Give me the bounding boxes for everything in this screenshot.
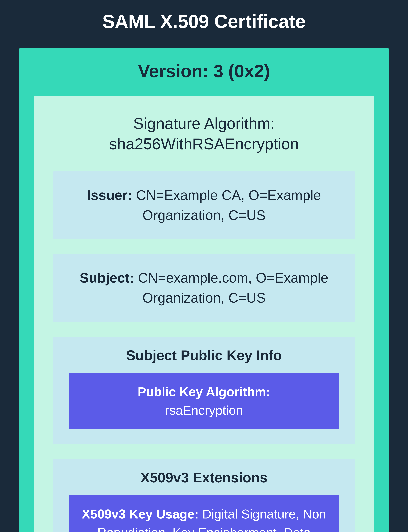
extensions-box: X509v3 Extensions X509v3 Key Usage: Digi…: [53, 459, 355, 532]
public-key-algorithm-text: Public Key Algorithm: rsaEncryption: [77, 382, 331, 419]
public-key-info-box: Subject Public Key Info Public Key Algor…: [53, 337, 355, 444]
public-key-info-title: Subject Public Key Info: [69, 347, 339, 363]
public-key-algorithm-label: Public Key Algorithm:: [138, 385, 270, 399]
key-usage-label: X509v3 Key Usage:: [82, 507, 199, 521]
signature-value: sha256WithRSAEncryption: [109, 135, 299, 153]
subject-text: Subject: CN=example.com, O=Example Organ…: [64, 268, 344, 308]
public-key-algorithm-value: rsaEncryption: [165, 403, 243, 417]
certificate-container: Version: 3 (0x2) Signature Algorithm: sh…: [19, 48, 389, 532]
public-key-algorithm-box: Public Key Algorithm: rsaEncryption: [69, 373, 339, 429]
version-label: Version:: [138, 61, 208, 81]
version-header: Version: 3 (0x2): [34, 61, 374, 81]
key-usage-text: X509v3 Key Usage: Digital Signature, Non…: [77, 505, 331, 532]
issuer-value: CN=Example CA, O=Example Organization, C…: [136, 187, 321, 223]
signature-label: Signature Algorithm:: [133, 115, 275, 132]
signature-algorithm-text: Signature Algorithm: sha256WithRSAEncryp…: [53, 113, 355, 154]
extensions-title: X509v3 Extensions: [69, 470, 339, 486]
signature-algorithm-box: Signature Algorithm: sha256WithRSAEncryp…: [34, 96, 374, 532]
version-value: 3 (0x2): [213, 61, 270, 81]
subject-box: Subject: CN=example.com, O=Example Organ…: [53, 254, 355, 322]
issuer-text: Issuer: CN=Example CA, O=Example Organiz…: [64, 185, 344, 225]
key-usage-box: X509v3 Key Usage: Digital Signature, Non…: [69, 495, 339, 532]
subject-value: CN=example.com, O=Example Organization, …: [138, 270, 328, 306]
issuer-label: Issuer:: [87, 187, 132, 203]
diagram-title: SAML X.509 Certificate: [19, 11, 389, 32]
issuer-box: Issuer: CN=Example CA, O=Example Organiz…: [53, 171, 355, 239]
subject-label: Subject:: [80, 270, 134, 286]
